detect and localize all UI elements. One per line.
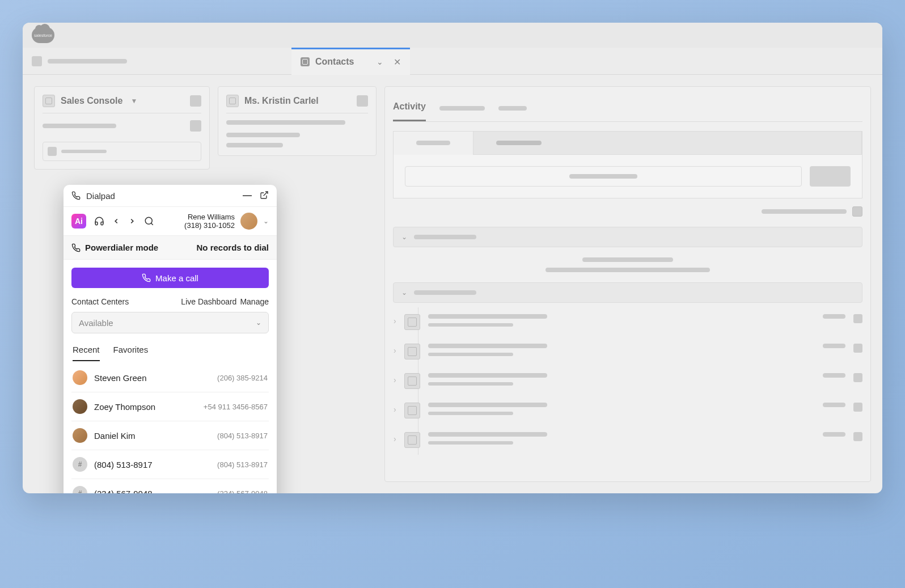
placeholder-icon [32, 56, 42, 66]
contact-avatar [73, 428, 87, 443]
chevron-down-icon: ⌄ [401, 233, 407, 241]
chevron-right-icon: › [394, 405, 396, 414]
tab-label: Contacts [315, 57, 354, 67]
user-phone: (318) 310-1052 [184, 221, 235, 230]
titlebar: salesforce [23, 23, 882, 48]
contact-name: (234) 567-9048 [94, 489, 153, 494]
phone-icon [71, 243, 81, 252]
chevron-right-icon: › [394, 346, 396, 355]
composer [393, 131, 862, 198]
contact-icon [301, 57, 310, 66]
console-icon [43, 95, 55, 107]
tab-favorites[interactable]: Favorites [113, 345, 149, 361]
contact-name: Ms. Kristin Carlel [244, 96, 319, 106]
activity-type-icon [404, 373, 420, 389]
contact-name: Zoey Thompson [94, 402, 155, 412]
nav-forward-icon[interactable] [128, 217, 136, 225]
popout-icon[interactable] [260, 191, 269, 200]
activity-item[interactable]: › [394, 337, 862, 366]
chevron-down-icon[interactable]: ⌄ [377, 57, 383, 66]
contact-avatar [73, 370, 87, 385]
svg-point-1 [145, 217, 152, 224]
composer-tab-2[interactable] [473, 132, 862, 155]
salesforce-logo: salesforce [32, 27, 54, 43]
chevron-right-icon: › [394, 375, 396, 384]
activity-panel: Activity [384, 86, 871, 482]
call-list-item[interactable]: #(804) 513-8917(804) 513-8917 [71, 450, 269, 479]
powerdialer-row: Powerdialer mode No records to dial [64, 236, 277, 260]
dialpad-header: Dialpad — [64, 185, 277, 207]
contact-avatar [73, 399, 87, 414]
chevron-down-icon: ⌄ [401, 289, 407, 297]
composer-tab-1[interactable] [394, 132, 473, 155]
placeholder-text [48, 59, 127, 64]
svg-line-0 [264, 192, 268, 196]
dialpad-body: Make a call Contact Centers Live Dashboa… [64, 260, 277, 493]
contact-phone: +54 911 3456-8567 [204, 403, 268, 411]
activity-type-icon [404, 314, 420, 330]
tab-contacts[interactable]: Contacts ⌄ ✕ [291, 48, 410, 75]
composer-input[interactable] [405, 166, 802, 187]
user-name: Rene Williams [184, 213, 235, 221]
svg-line-2 [151, 223, 153, 225]
call-list-item[interactable]: Daniel Kim(804) 513-8917 [71, 421, 269, 450]
call-list-item[interactable]: Zoey Thompson+54 911 3456-8567 [71, 392, 269, 421]
sales-console-panel: Sales Console ▼ [34, 86, 210, 170]
activity-type-icon [404, 432, 420, 448]
tab-recent[interactable]: Recent [73, 345, 100, 361]
collapse-section-1[interactable]: ⌄ [393, 227, 862, 247]
chevron-right-icon: › [394, 316, 396, 325]
contact-avatar: # [73, 486, 87, 493]
call-list-item[interactable]: #(234) 567-9048(234) 567-9048 [71, 479, 269, 493]
dialpad-title: Dialpad [86, 191, 115, 201]
contact-centers-row: Contact Centers Live Dashboard Manage [71, 297, 269, 306]
tab-placeholder[interactable] [32, 56, 127, 66]
contact-phone: (804) 513-8917 [217, 432, 268, 440]
manage-link[interactable]: Manage [240, 297, 269, 306]
user-avatar[interactable] [240, 213, 257, 230]
activity-type-icon [404, 344, 420, 359]
sidebar-title: Sales Console [61, 96, 122, 106]
phone-icon [71, 191, 81, 200]
activity-type-icon [404, 403, 420, 418]
status-select[interactable]: Available ⌄ [71, 312, 269, 333]
dialpad-logo[interactable]: Ai [71, 214, 86, 229]
chevron-down-icon: ⌄ [256, 319, 261, 327]
filter-icon[interactable] [852, 206, 862, 217]
user-menu-caret[interactable]: ⌄ [263, 217, 269, 225]
minimize-icon[interactable]: — [243, 191, 252, 201]
phone-icon [142, 273, 151, 282]
tab-activity[interactable]: Activity [393, 95, 426, 121]
search-placeholder[interactable] [43, 142, 201, 161]
composer-submit[interactable] [810, 166, 851, 187]
user-info: Rene Williams (318) 310-1052 [184, 213, 235, 230]
activity-item[interactable]: › [394, 366, 862, 396]
contact-centers-label: Contact Centers [71, 297, 129, 306]
contact-name: (804) 513-8917 [94, 460, 153, 469]
search-icon[interactable] [144, 216, 154, 226]
activity-tabs: Activity [393, 95, 862, 122]
close-icon[interactable]: ✕ [394, 57, 401, 67]
make-call-button[interactable]: Make a call [71, 268, 269, 288]
dropdown-caret-icon[interactable]: ▼ [130, 97, 137, 105]
activity-item[interactable]: › [394, 307, 862, 337]
contact-phone: (206) 385-9214 [217, 374, 268, 382]
activity-item[interactable]: › [394, 396, 862, 425]
tabs-row: Contacts ⌄ ✕ [23, 48, 882, 75]
contact-phone: (234) 567-9048 [217, 489, 268, 494]
dialpad-toolbar: Ai Rene Williams (318) 310-1052 ⌄ [64, 207, 277, 236]
call-list-item[interactable]: Steven Green(206) 385-9214 [71, 363, 269, 392]
headphones-icon[interactable] [94, 216, 104, 226]
mode-status: No records to dial [196, 243, 269, 252]
mode-label: Powerdialer mode [85, 243, 158, 252]
collapse-section-2[interactable]: ⌄ [393, 282, 862, 303]
nav-back-icon[interactable] [112, 217, 120, 225]
contact-name: Steven Green [94, 373, 147, 383]
placeholder-icon [190, 95, 201, 107]
call-tabs: Recent Favorites [71, 345, 269, 361]
contact-icon [226, 95, 239, 107]
live-dashboard-link[interactable]: Live Dashboard [181, 297, 236, 306]
activity-item[interactable]: › [394, 425, 862, 455]
recent-calls-list: Steven Green(206) 385-9214Zoey Thompson+… [71, 363, 269, 493]
salesforce-window: salesforce Contacts ⌄ ✕ Sales Console ▼ [23, 23, 882, 493]
